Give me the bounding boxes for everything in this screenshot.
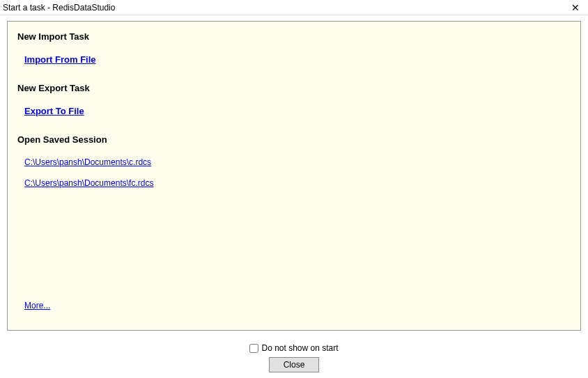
do-not-show-label: Do not show on start	[261, 343, 338, 353]
sessions-section-header: Open Saved Session	[17, 134, 571, 145]
import-section-header: New Import Task	[17, 31, 571, 42]
saved-session-link[interactable]: C:\Users\pansh\Documents\c.rdcs	[24, 157, 151, 167]
export-section-header: New Export Task	[17, 83, 571, 93]
more-link[interactable]: More...	[24, 301, 50, 310]
close-button[interactable]: Close	[269, 357, 319, 372]
saved-session-link[interactable]: C:\Users\pansh\Documents\fc.rdcs	[24, 178, 153, 188]
content-panel: New Import Task Import From File New Exp…	[7, 21, 581, 331]
title-bar: Start a task - RedisDataStudio ✕	[0, 0, 588, 15]
do-not-show-checkbox[interactable]	[249, 344, 258, 353]
close-icon[interactable]: ✕	[568, 2, 582, 13]
window-title: Start a task - RedisDataStudio	[3, 3, 115, 13]
do-not-show-checkbox-row[interactable]: Do not show on start	[249, 343, 338, 353]
footer: Do not show on start Close	[0, 343, 588, 372]
import-from-file-link[interactable]: Import From File	[24, 54, 96, 65]
export-to-file-link[interactable]: Export To File	[24, 106, 84, 116]
